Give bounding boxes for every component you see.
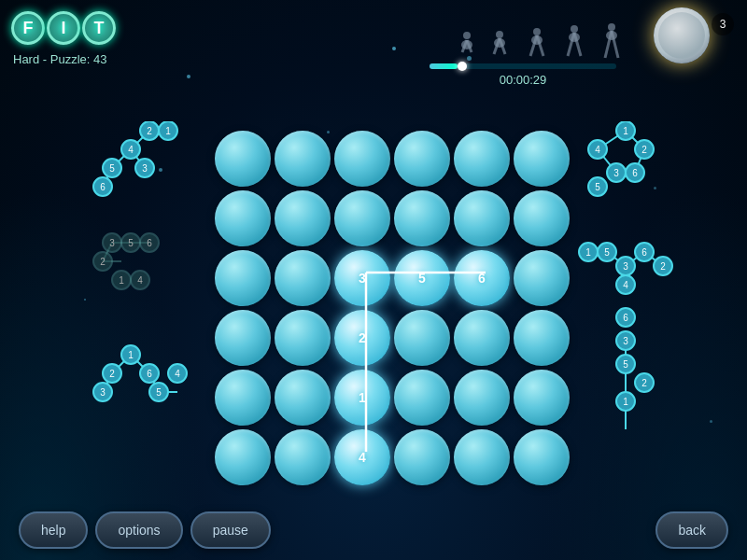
- options-button[interactable]: options: [95, 511, 182, 549]
- back-button[interactable]: back: [655, 511, 728, 549]
- pieces-right-panel: 4 1 2 3 6 5 1 5 3 6 2 4: [570, 121, 719, 498]
- grid-cell[interactable]: [394, 310, 450, 366]
- svg-point-9: [533, 28, 541, 35]
- grid-cell[interactable]: 3: [334, 250, 390, 306]
- grid-cell[interactable]: [394, 370, 450, 426]
- svg-text:5: 5: [156, 387, 162, 398]
- grid-cell[interactable]: 4: [334, 429, 390, 485]
- svg-text:3: 3: [142, 163, 148, 174]
- svg-point-1: [463, 32, 471, 39]
- svg-text:6: 6: [147, 238, 152, 248]
- svg-text:3: 3: [613, 168, 619, 178]
- svg-text:5: 5: [109, 163, 115, 174]
- right-pieces-svg: 4 1 2 3 6 5 1 5 3 6 2 4: [570, 121, 719, 495]
- sparkle: [392, 47, 396, 50]
- svg-text:4: 4: [175, 369, 180, 379]
- svg-text:2: 2: [660, 261, 666, 272]
- svg-text:5: 5: [595, 182, 600, 192]
- grid-cell[interactable]: [215, 190, 271, 246]
- svg-text:2: 2: [641, 145, 647, 155]
- grid-cell[interactable]: [394, 131, 450, 187]
- game-logo: F I T: [11, 11, 116, 45]
- grid-cell[interactable]: [334, 190, 390, 246]
- timer-track: [430, 63, 616, 69]
- svg-text:5: 5: [623, 359, 628, 370]
- grid-cell[interactable]: [454, 310, 510, 366]
- puzzle-grid[interactable]: 356214: [215, 131, 570, 485]
- avatar-face: [658, 12, 705, 59]
- grid-cell[interactable]: 2: [334, 310, 390, 366]
- left-pieces-svg: 4 5 2 3 6 1 3 5 6 2 1 4: [56, 121, 205, 476]
- grid-cell[interactable]: [514, 370, 570, 426]
- svg-text:4: 4: [595, 145, 600, 155]
- logo-letter-t: T: [82, 11, 116, 45]
- grid-cell[interactable]: [215, 131, 271, 187]
- svg-text:3: 3: [623, 261, 628, 272]
- help-button[interactable]: help: [19, 511, 88, 549]
- svg-text:6: 6: [100, 182, 106, 192]
- grid-cell[interactable]: [454, 429, 510, 485]
- grid-cell[interactable]: [215, 429, 271, 485]
- svg-text:1: 1: [119, 275, 124, 286]
- svg-text:2: 2: [100, 257, 106, 267]
- svg-text:5: 5: [128, 238, 134, 248]
- grid-cell[interactable]: [394, 190, 450, 246]
- grid-cell[interactable]: [454, 190, 510, 246]
- grid-cell[interactable]: [275, 190, 331, 246]
- grid-cell[interactable]: [394, 429, 450, 485]
- grid-cell[interactable]: [334, 131, 390, 187]
- bottom-bar: help options pause back: [0, 511, 747, 549]
- svg-text:1: 1: [623, 397, 628, 407]
- pieces-left-panel: 4 5 2 3 6 1 3 5 6 2 1 4: [56, 121, 205, 480]
- grid-cell[interactable]: [514, 310, 570, 366]
- svg-text:1: 1: [165, 126, 171, 136]
- grid-cell[interactable]: [514, 429, 570, 485]
- svg-text:3: 3: [623, 336, 628, 346]
- svg-text:4: 4: [128, 145, 134, 155]
- svg-point-13: [571, 25, 578, 33]
- grid-cell[interactable]: [215, 310, 271, 366]
- svg-text:1: 1: [623, 126, 628, 136]
- left-buttons: help options pause: [19, 511, 271, 549]
- grid-cell[interactable]: [514, 190, 570, 246]
- logo-letter-f: F: [11, 11, 45, 45]
- pause-button[interactable]: pause: [190, 511, 271, 549]
- grid-cell[interactable]: 1: [334, 370, 390, 426]
- grid-cell[interactable]: 6: [454, 250, 510, 306]
- svg-text:5: 5: [604, 247, 610, 258]
- grid-cell[interactable]: [454, 131, 510, 187]
- grid-cell[interactable]: [514, 250, 570, 306]
- grid-cell[interactable]: 5: [394, 250, 450, 306]
- svg-text:2: 2: [147, 126, 152, 136]
- logo-letter-i: I: [47, 11, 80, 45]
- svg-text:6: 6: [623, 313, 628, 323]
- grid-cell[interactable]: [275, 310, 331, 366]
- svg-text:3: 3: [109, 238, 115, 248]
- svg-point-5: [496, 31, 503, 38]
- svg-text:2: 2: [109, 369, 115, 379]
- grid-cell[interactable]: [454, 370, 510, 426]
- timer-dot: [458, 62, 467, 71]
- grid-cell[interactable]: [215, 250, 271, 306]
- svg-point-17: [608, 23, 615, 31]
- grid-cell[interactable]: [215, 370, 271, 426]
- timer-fill: [430, 63, 458, 69]
- puzzle-label: Hard - Puzzle: 43: [13, 52, 106, 66]
- main-grid-container: 356214: [215, 131, 570, 485]
- timer-value: 00:00:29: [500, 73, 547, 87]
- svg-text:1: 1: [128, 350, 134, 360]
- avatar: [654, 7, 710, 63]
- svg-text:6: 6: [632, 168, 638, 178]
- grid-cell[interactable]: [275, 429, 331, 485]
- grid-cell[interactable]: [275, 250, 331, 306]
- svg-text:4: 4: [623, 280, 628, 290]
- grid-cell[interactable]: [275, 131, 331, 187]
- orb-count: 3: [712, 13, 734, 35]
- grid-cell[interactable]: [275, 370, 331, 426]
- svg-text:6: 6: [641, 247, 647, 258]
- svg-text:3: 3: [100, 387, 106, 398]
- svg-text:2: 2: [641, 378, 647, 388]
- grid-cell[interactable]: [514, 131, 570, 187]
- svg-text:1: 1: [585, 247, 591, 258]
- sparkle: [187, 75, 190, 78]
